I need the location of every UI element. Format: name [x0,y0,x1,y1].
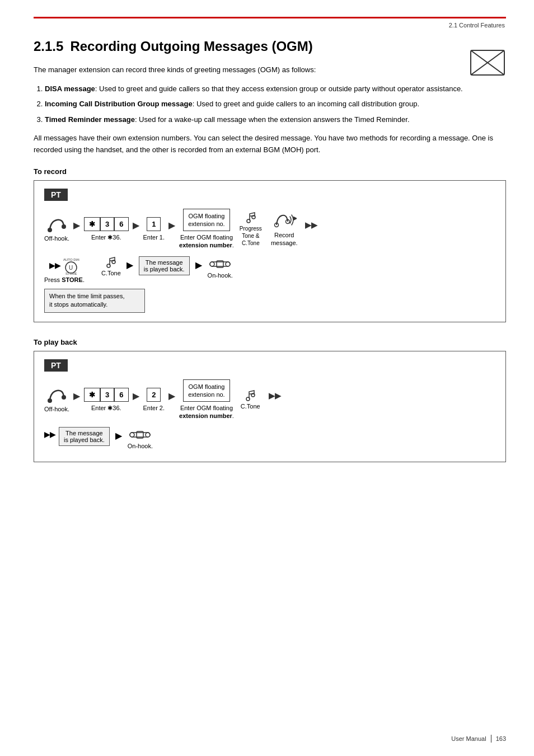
pb-ctone-note-icon [245,389,255,402]
enter-ogm-line1: Enter OGM floating [180,234,233,241]
pb-offhook-icon [47,386,67,403]
svg-rect-16 [210,262,230,266]
section-number: 2.1.5 [34,39,63,54]
msg-played-box: The message is played back. [139,256,190,275]
key-star: ✱ [84,217,100,231]
enter-ogm-line2-period: . [232,242,234,248]
pb-key-6: 6 [114,388,128,402]
pb-arrow-r2: ▶ [115,430,122,441]
to-playback-diagram: PT Off-hook. ▶ ✱ 3 6 Enter ✱36 [34,351,506,462]
progress-tone-label: Progress Tone & C.Tone [240,225,262,247]
svg-text:▶▶: ▶▶ [293,215,297,221]
svg-point-17 [210,262,214,266]
ctone-step-r2: C.Tone [101,256,121,276]
progress-tone-step: Progress Tone & C.Tone [240,212,262,247]
list-item-1-text: : Used to greet and guide callers so tha… [95,84,463,93]
timelimit-box: When the time limit passes, it stops aut… [44,289,145,313]
pb-enter-star36-label: Enter ✱36. [91,404,121,412]
pb-dbl-arrow-end: ▶▶ [269,391,281,400]
dbl-arrow-store: ▶▶ [49,261,60,270]
pb-onhook-step: On-hook. [128,427,153,449]
store-icon: AUTO DIAL U STORE [63,256,79,275]
svg-rect-24 [130,433,150,437]
double-arrow-end: ▶▶ [305,220,317,229]
enter1-label: Enter 1. [143,233,165,241]
arrow-1: ▶ [73,220,80,231]
section-title-text: Recording Outgoing Messages (OGM) [70,39,312,54]
enter1-step: 1 Enter 1. [143,217,165,241]
pb-ogm-line2: extension no. [188,391,224,398]
key-3: 3 [100,217,114,231]
to-record-row1: Off-hook. ▶ ✱ 3 6 Enter ✱36. ▶ 1 Enter 1… [44,209,495,250]
ogm-box: OGM floating extension no. [183,209,229,232]
pb-msg-played-box: The message is played back. [59,427,110,446]
key-star36: ✱ 3 6 [84,217,128,231]
list-item-2-bold: Incoming Call Distribution Group message [45,100,193,108]
svg-point-3 [48,228,52,232]
list-item-3: Timed Reminder message: Used for a wake-… [45,114,506,125]
svg-point-14 [107,264,110,267]
svg-text:STORE: STORE [65,272,77,275]
section-title: 2.1.5 Recording Outgoing Messages (OGM) [34,39,506,54]
pb-ogm-box: OGM floating extension no. [183,379,229,402]
arrow-r2-2: ▶ [127,260,133,270]
section-header: 2.1 Control Features [34,22,506,29]
list-item-1-bold: DISA message [45,84,95,93]
list-item-2-text: : Used to greet and guide callers to an … [193,100,419,108]
svg-text:U: U [69,265,73,271]
ogm-step: OGM floating extension no. Enter OGM flo… [179,209,234,250]
svg-point-4 [62,224,66,229]
enter-ogm-label: Enter OGM floating extension number. [179,233,234,250]
svg-point-26 [146,433,150,437]
svg-point-22 [246,397,250,401]
svg-point-21 [62,395,66,400]
feature-list: DISA message: Used to greet and guide ca… [45,83,506,125]
ogm-line2: extension no. [188,220,224,227]
svg-text:AUTO DIAL: AUTO DIAL [63,258,79,261]
intro-text: The manager extension can record three k… [34,64,506,76]
offhook-icon [47,215,67,232]
svg-point-20 [48,398,52,403]
pb-arrow-2: ▶ [133,391,139,401]
ctone-note-icon [106,256,116,269]
pb-ogm-step: OGM floating extension no. Enter OGM flo… [179,379,234,420]
enter-ogm-line2-bold: extension number [179,242,232,248]
offhook-label: Off-hook. [44,234,69,242]
pb-enter2-label: Enter 2. [143,404,165,412]
store-svg: AUTO DIAL U STORE [63,256,79,275]
onhook-icon-r2 [209,256,231,271]
footer: User Manual 163 [451,735,506,743]
pb-key-2: 2 [147,388,161,402]
arrow-3: ▶ [168,220,175,231]
to-playback-row1: Off-hook. ▶ ✱ 3 6 Enter ✱36. ▶ 2 Enter 2… [44,379,495,420]
pb-onhook-label: On-hook. [128,443,153,449]
list-item-3-bold: Timed Reminder message [45,115,135,124]
top-bar [34,17,506,18]
offhook-step: Off-hook. [44,215,69,242]
key-1: 1 [147,217,161,231]
onhook-step-r2: On-hook. [208,256,233,279]
key-6: 6 [114,217,128,231]
svg-point-5 [247,219,250,223]
pb-arrow-3: ▶ [168,391,175,401]
to-record-title: To record [34,167,506,176]
record-message-label: Record message. [271,231,298,247]
pb-ctone-step: C.Tone [241,389,260,410]
enter-star36-label: Enter ✱36. [91,233,121,241]
pb-key-3: 3 [100,388,114,402]
svg-point-25 [130,433,134,437]
pb-offhook-step: Off-hook. [44,386,69,413]
msg-played-step: The message is played back. [139,256,190,275]
page: 2.1 Control Features 2.1.5 Recording Out… [0,0,534,756]
svg-point-18 [226,262,230,266]
para-text: All messages have their own extension nu… [34,133,506,156]
to-playback-title: To play back [34,338,506,346]
ogm-line1: OGM floating [189,213,225,219]
pb-enter-star36-step: ✱ 3 6 Enter ✱36. [84,388,128,412]
pb-key-star: ✱ [84,388,100,402]
speaker-record-icon: ▶▶ [272,211,297,229]
list-item-1: DISA message: Used to greet and guide ca… [45,83,506,95]
pb-ctone-label: C.Tone [241,403,260,410]
footer-divider [491,735,491,743]
to-playback-row2: ▶▶ The message is played back. ▶ On-hook… [44,427,495,449]
